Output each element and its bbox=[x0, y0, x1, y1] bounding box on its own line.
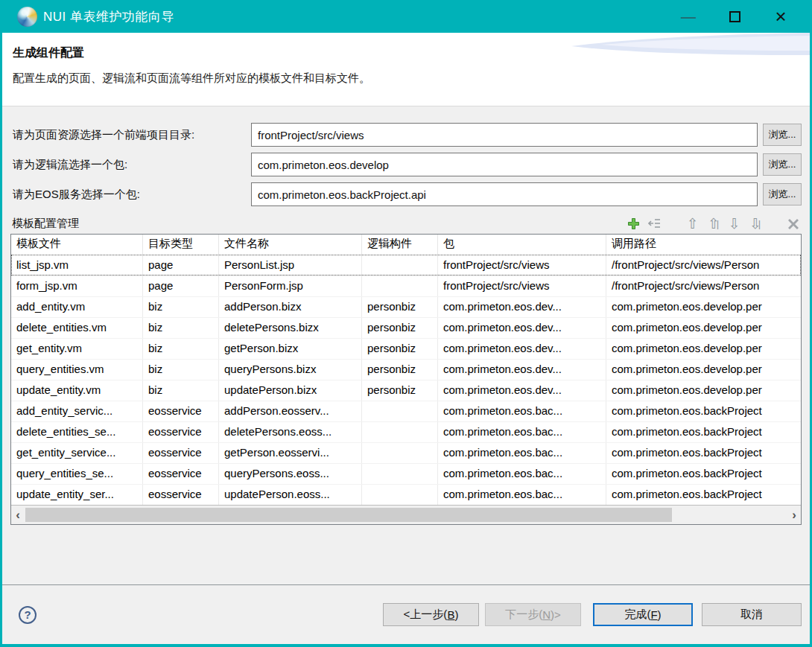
table-cell: com.primeton.eos.dev... bbox=[437, 318, 606, 338]
close-button[interactable]: × bbox=[758, 4, 804, 29]
eos-service-label: 请为EOS服务选择一个包: bbox=[10, 188, 251, 202]
table-cell: updatePerson.eoss... bbox=[218, 485, 361, 505]
scrollbar-thumb[interactable] bbox=[25, 508, 672, 522]
maximize-icon bbox=[729, 11, 740, 22]
table-cell: addPerson.eosserv... bbox=[218, 401, 361, 421]
app-logo-icon bbox=[17, 7, 37, 27]
table-cell: com.primeton.eos.backProject bbox=[606, 485, 801, 505]
table-cell: biz bbox=[142, 360, 218, 380]
table-cell: com.primeton.eos.bac... bbox=[437, 485, 606, 505]
scroll-right-icon[interactable]: › bbox=[787, 506, 801, 524]
table-cell: biz bbox=[142, 297, 218, 317]
dialog-body: 生成组件配置 配置生成的页面、逻辑流和页面流等组件所对应的模板文件和目标文件。 … bbox=[2, 33, 810, 644]
template-table: 模板文件 目标类型 文件名称 逻辑构件 包 调用路径 list_jsp.vmpa… bbox=[10, 234, 802, 525]
maximize-button[interactable] bbox=[711, 4, 758, 29]
table-row[interactable]: list_jsp.vmpagePersonList.jspfrontProjec… bbox=[11, 255, 801, 275]
insert-template-icon[interactable] bbox=[647, 217, 662, 231]
table-cell: com.primeton.eos.bac... bbox=[437, 464, 606, 484]
table-cell: /frontProject/src/views/Person bbox=[606, 276, 801, 296]
table-row[interactable]: update_entity.vmbizupdatePerson.bizxpers… bbox=[11, 380, 801, 401]
eos-service-package-input[interactable] bbox=[251, 182, 758, 206]
front-project-field-row: 请为页面资源选择一个前端项目目录: 浏览... bbox=[10, 123, 802, 147]
move-first-icon[interactable]: ⇧| bbox=[706, 217, 720, 231]
table-cell: personbiz bbox=[361, 380, 437, 401]
move-last-icon[interactable]: ⇩| bbox=[748, 217, 762, 231]
column-header-file-name[interactable]: 文件名称 bbox=[218, 235, 361, 255]
table-cell bbox=[361, 464, 437, 484]
table-cell: com.primeton.eos.develop.per bbox=[606, 297, 801, 317]
front-project-browse-button[interactable]: 浏览... bbox=[763, 124, 802, 146]
table-cell: frontProject/src/views bbox=[437, 276, 606, 296]
table-row[interactable]: update_entity_ser...eosserviceupdatePers… bbox=[11, 484, 801, 505]
table-row[interactable]: add_entity_servic...eosserviceaddPerson.… bbox=[11, 401, 801, 421]
table-row[interactable]: query_entities_se...eosservicequeryPerso… bbox=[11, 463, 801, 484]
table-cell: com.primeton.eos.dev... bbox=[437, 339, 606, 359]
column-header-logic-component[interactable]: 逻辑构件 bbox=[361, 235, 437, 255]
back-button[interactable]: <上一步(B) bbox=[383, 603, 479, 626]
cancel-button[interactable]: 取消 bbox=[702, 603, 802, 626]
move-down-icon[interactable]: ⇩ bbox=[727, 217, 741, 231]
table-cell: biz bbox=[142, 339, 218, 359]
table-cell: page bbox=[142, 255, 218, 275]
table-cell: query_entities_se... bbox=[11, 464, 142, 484]
table-cell: update_entity.vm bbox=[11, 380, 142, 401]
logic-flow-field-row: 请为逻辑流选择一个包: 浏览... bbox=[10, 153, 802, 176]
table-cell: query_entities.vm bbox=[11, 360, 142, 380]
wizard-dialog: NUI 单表维护功能向导 — × 生成组件配置 配置生成的页面、逻辑流和页面流等… bbox=[0, 0, 812, 647]
horizontal-scrollbar[interactable]: ‹ › bbox=[11, 505, 801, 524]
table-cell: personbiz bbox=[361, 339, 437, 359]
table-cell: com.primeton.eos.backProject bbox=[606, 464, 801, 484]
table-cell: deletePersons.bizx bbox=[218, 318, 361, 338]
page-description: 配置生成的页面、逻辑流和页面流等组件所对应的模板文件和目标文件。 bbox=[2, 61, 810, 86]
logic-flow-package-input[interactable] bbox=[251, 153, 758, 176]
table-cell: delete_entities_se... bbox=[11, 422, 142, 442]
table-cell: delete_entities.vm bbox=[11, 318, 142, 338]
table-row[interactable]: get_entity_service...eosservicegetPerson… bbox=[11, 442, 801, 463]
table-cell: personbiz bbox=[361, 360, 437, 380]
table-cell: getPerson.eosservi... bbox=[218, 443, 361, 463]
table-row[interactable]: delete_entities_se...eosservicedeletePer… bbox=[11, 421, 801, 442]
table-row[interactable]: query_entities.vmbizqueryPersons.bizxper… bbox=[11, 359, 801, 380]
table-row[interactable]: get_entity.vmbizgetPerson.bizxpersonbizc… bbox=[11, 338, 801, 359]
table-cell: eosservice bbox=[142, 401, 218, 421]
minimize-button[interactable]: — bbox=[665, 4, 711, 29]
table-cell: page bbox=[142, 276, 218, 296]
table-row[interactable]: delete_entities.vmbizdeletePersons.bizxp… bbox=[11, 317, 801, 338]
column-header-package[interactable]: 包 bbox=[437, 235, 606, 255]
table-cell: com.primeton.eos.develop.per bbox=[606, 339, 801, 359]
help-button[interactable]: ? bbox=[19, 606, 37, 624]
table-cell: list_jsp.vm bbox=[11, 255, 142, 275]
page-title: 生成组件配置 bbox=[2, 33, 810, 61]
delete-row-icon[interactable] bbox=[786, 217, 800, 231]
table-cell: com.primeton.eos.dev... bbox=[437, 360, 606, 380]
eos-service-browse-button[interactable]: 浏览... bbox=[763, 183, 802, 205]
table-cell: get_entity.vm bbox=[11, 339, 142, 359]
table-header-row: 模板文件 目标类型 文件名称 逻辑构件 包 调用路径 bbox=[11, 235, 801, 255]
scroll-left-icon[interactable]: ‹ bbox=[11, 506, 25, 524]
finish-button[interactable]: 完成(F) bbox=[593, 603, 693, 626]
table-cell: eosservice bbox=[142, 485, 218, 505]
table-toolbar: ⇧ ⇧| ⇩ ⇩| bbox=[627, 217, 800, 231]
close-icon: × bbox=[775, 7, 786, 26]
form-fields: 请为页面资源选择一个前端项目目录: 浏览... 请为逻辑流选择一个包: 浏览..… bbox=[2, 106, 810, 206]
table-row[interactable]: form_jsp.vmpagePersonForm.jspfrontProjec… bbox=[11, 275, 801, 296]
add-row-icon[interactable] bbox=[627, 217, 641, 231]
next-button: 下一步(N)> bbox=[485, 603, 581, 626]
table-cell: eosservice bbox=[142, 422, 218, 442]
logic-flow-browse-button[interactable]: 浏览... bbox=[763, 153, 802, 176]
table-cell: personbiz bbox=[361, 297, 437, 317]
column-header-call-path[interactable]: 调用路径 bbox=[606, 235, 801, 255]
column-header-template-file[interactable]: 模板文件 bbox=[11, 235, 142, 255]
table-cell: /frontProject/src/views/Person bbox=[606, 255, 801, 275]
template-config-section: 模板配置管理 ⇧ ⇧| ⇩ ⇩| bbox=[2, 212, 810, 234]
table-row[interactable]: add_entity.vmbizaddPerson.bizxpersonbizc… bbox=[11, 296, 801, 317]
wizard-banner: 生成组件配置 配置生成的页面、逻辑流和页面流等组件所对应的模板文件和目标文件。 bbox=[2, 33, 810, 106]
table-cell: com.primeton.eos.develop.per bbox=[606, 360, 801, 380]
column-header-target-type[interactable]: 目标类型 bbox=[142, 235, 218, 255]
window-title: NUI 单表维护功能向导 bbox=[43, 8, 174, 25]
table-cell: biz bbox=[142, 318, 218, 338]
move-up-icon[interactable]: ⇧ bbox=[685, 217, 700, 231]
front-project-input[interactable] bbox=[251, 123, 758, 147]
table-cell bbox=[361, 401, 437, 421]
table-cell: add_entity_servic... bbox=[11, 401, 142, 421]
